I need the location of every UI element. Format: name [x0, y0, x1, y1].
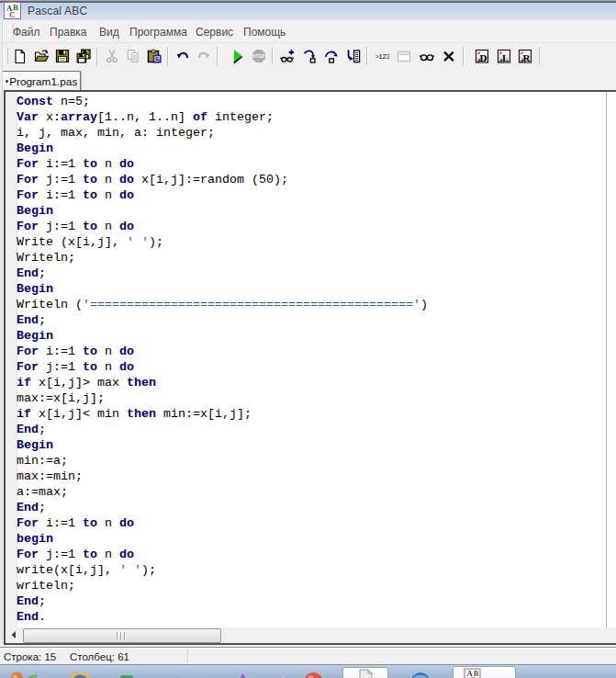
stop-button[interactable]: STOP [248, 46, 269, 66]
title-bar[interactable]: A B C Pascal ABC [0, 3, 616, 20]
module-r-button[interactable]: R [515, 46, 536, 66]
window-title: Pascal ABC [28, 5, 87, 17]
code-line-3: i, j, max, min, a: integer; [17, 125, 428, 141]
redo-button[interactable] [193, 46, 214, 66]
paste-icon [147, 49, 162, 64]
taskbar-icon-browser-swirl[interactable] [68, 669, 93, 678]
status-panel-separator [187, 650, 189, 663]
taskbar-button-pascal-abc[interactable]: ABC [453, 666, 516, 678]
code-text[interactable]: Const n=5;Var x:array[1..n, 1..n] of int… [17, 94, 428, 625]
abc-letters-icon: A B C [5, 3, 20, 18]
code-line-1: Const n=5; [17, 94, 428, 109]
module-d-button[interactable]: D [472, 46, 493, 66]
new-file-icon [13, 49, 28, 64]
menu-item-1[interactable]: Файл [13, 26, 40, 39]
toolbar-gripper[interactable] [4, 48, 8, 64]
step-into-button[interactable] [298, 46, 319, 66]
save-button[interactable] [51, 46, 73, 66]
copy-icon [126, 49, 140, 64]
scroll-left-button[interactable] [6, 627, 21, 642]
code-line-25: max:=min; [17, 469, 428, 484]
code-line-20: max:=x[i,j]; [17, 390, 428, 406]
horizontal-scrollbar[interactable] [6, 627, 616, 643]
taskbar-icon-purple-app[interactable] [236, 670, 250, 678]
undo-button[interactable] [172, 46, 193, 66]
svg-text:D: D [480, 52, 487, 63]
code-line-19: if x[i,j]> max then [17, 375, 428, 390]
add-watch-icon [280, 49, 295, 64]
save-all-button[interactable] [73, 46, 94, 66]
code-line-24: min:=a; [17, 453, 428, 469]
status-line-indicator: Строка: 15 [4, 651, 56, 662]
new-file-button[interactable] [9, 46, 30, 66]
clear-button[interactable] [439, 46, 460, 66]
code-line-12: End; [17, 266, 428, 281]
evaluate-button[interactable]: >123 [371, 46, 392, 66]
step-into-icon [302, 49, 317, 64]
menu-item-6[interactable]: Помощь [243, 26, 286, 39]
code-line-13: Begin [17, 281, 428, 297]
menu-item-3[interactable]: Вид [99, 26, 119, 39]
taskbar-icon-blue-app[interactable] [182, 672, 209, 678]
add-watch-button[interactable] [276, 46, 297, 66]
code-editor[interactable]: Const n=5;Var x:array[1..n, 1..n] of int… [4, 90, 616, 645]
code-line-11: Writeln; [17, 250, 428, 266]
menu-item-2[interactable]: Правка [50, 26, 87, 39]
run-to-cursor-button[interactable] [342, 46, 364, 66]
code-line-4: Begin [17, 141, 428, 156]
code-line-7: For i:=1 to n do [17, 187, 428, 203]
undo-icon [175, 49, 190, 64]
copy-button[interactable] [122, 46, 143, 66]
output-window-button[interactable] [394, 46, 415, 66]
taskbar-icon-green[interactable] [26, 670, 39, 678]
status-column-indicator: Столбец: 61 [70, 651, 129, 662]
code-line-10: Write (x[i,j], ' '); [17, 234, 428, 250]
taskbar-icon-arrow-app[interactable] [274, 671, 288, 678]
windows-taskbar[interactable]: ABC [0, 664, 616, 678]
taskbar-icon-blue-sphere[interactable] [409, 669, 432, 678]
toolbar-separator [463, 47, 465, 65]
module-l-button[interactable]: L [493, 46, 514, 66]
code-line-30: For j:=1 to n do [17, 547, 428, 562]
taskbar-icon-orange[interactable] [10, 669, 24, 678]
pascal-abc-window: A B C Pascal ABC ФайлПравкаВидПрограммаС… [0, 0, 616, 678]
step-over-button[interactable] [320, 46, 342, 66]
close-icon [442, 49, 456, 64]
cut-button[interactable] [101, 46, 122, 66]
svg-text:123: 123 [378, 52, 388, 61]
tab-label: Program1.pas [9, 75, 77, 88]
code-line-22: End; [17, 422, 428, 437]
run-button[interactable] [227, 46, 248, 66]
run-icon [230, 49, 245, 64]
scrollbar-thumb[interactable] [23, 628, 221, 643]
svg-text:C: C [470, 675, 476, 678]
taskbar-button-document[interactable] [342, 667, 388, 678]
stop-icon: STOP [252, 49, 266, 64]
module-l-icon: L [497, 49, 511, 64]
open-file-button[interactable] [30, 46, 51, 66]
code-line-14: Writeln ('==============================… [17, 297, 428, 312]
code-line-31: write(x[i,j], ' '); [17, 562, 428, 578]
menu-item-4[interactable]: Программа [129, 26, 187, 39]
taskbar-icon-green-app[interactable] [119, 671, 134, 678]
taskbar-icon-red-ball[interactable] [303, 669, 324, 678]
code-line-34: End. [17, 609, 428, 625]
cut-icon [105, 49, 119, 64]
code-line-27: End; [17, 500, 428, 515]
paste-button[interactable] [143, 46, 164, 66]
toolbar-buttons-row: STOP>123DLR [9, 46, 543, 66]
watch-window-button[interactable] [416, 46, 437, 66]
menu-item-5[interactable]: Сервис [196, 26, 233, 39]
open-file-icon [34, 49, 49, 64]
scrollbar-grip [117, 632, 126, 639]
code-line-15: End; [17, 312, 428, 328]
code-line-17: For i:=1 to n do [17, 344, 428, 359]
code-line-9: For j:=1 to n do [17, 219, 428, 234]
status-bar: Строка: 15 Столбец: 61 [0, 647, 616, 665]
tab-program1[interactable]: • Program1.pas [2, 71, 81, 91]
code-line-8: Begin [17, 203, 428, 219]
toolbar-separator [167, 47, 169, 65]
code-line-29: begin [17, 531, 428, 547]
svg-text:C: C [9, 10, 16, 19]
watch-window-icon [420, 49, 434, 64]
